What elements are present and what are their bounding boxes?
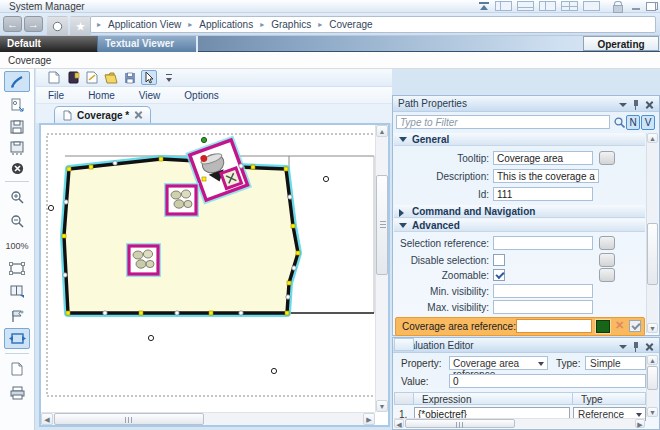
expression-column-header[interactable]: Expression <box>413 392 573 405</box>
scroll-up-icon[interactable]: ▲ <box>647 133 658 143</box>
fit-selection-button[interactable] <box>4 328 30 349</box>
back-button[interactable]: ← <box>3 16 22 32</box>
clear-reference-icon[interactable]: ✕ <box>615 319 624 332</box>
tooltip-evaluate-button[interactable] <box>599 151 615 165</box>
type-column-header[interactable]: Type <box>572 392 646 405</box>
coverage-area-shape[interactable] <box>64 159 298 313</box>
fit-to-window-button[interactable] <box>4 258 30 279</box>
drawing-canvas[interactable]: ▲ ▼ ◀ ▶ <box>39 123 390 427</box>
scroll-up-icon[interactable]: ▲ <box>647 355 658 365</box>
filter-name-toggle[interactable]: N <box>626 115 640 130</box>
section-command-navigation[interactable]: Command and Navigation <box>394 205 645 218</box>
new-document-button[interactable] <box>46 70 62 85</box>
zoom-out-button[interactable] <box>4 210 30 231</box>
disable-selection-checkbox[interactable] <box>493 254 505 266</box>
zoom-level[interactable]: 100% <box>4 235 30 256</box>
restore-button[interactable] <box>646 2 656 11</box>
evaluation-horizontal-scrollbar[interactable]: ◀ ▶ <box>394 418 645 428</box>
layout-grid-icon[interactable] <box>495 1 512 11</box>
close-document-button[interactable] <box>4 158 30 179</box>
lock-icon[interactable] <box>613 1 621 11</box>
minimize-button[interactable] <box>632 2 641 11</box>
scroll-thumb[interactable] <box>647 366 658 390</box>
save-document-button[interactable] <box>122 70 138 85</box>
max-visibility-input[interactable] <box>493 300 593 314</box>
plant-element[interactable] <box>166 185 197 215</box>
pan-tool-button[interactable] <box>4 305 30 326</box>
close-icon[interactable] <box>645 100 654 109</box>
property-dropdown[interactable]: Coverage area reference <box>449 356 548 370</box>
zoom-in-button[interactable] <box>4 186 30 207</box>
menu-home[interactable]: Home <box>88 90 115 103</box>
selection-reference-input[interactable] <box>493 236 593 250</box>
canvas-vertical-scrollbar[interactable]: ▲ ▼ <box>375 125 388 412</box>
breadcrumb-item[interactable]: Graphics <box>271 19 311 30</box>
path-properties-header[interactable]: Path Properties <box>393 96 659 112</box>
plant-element[interactable] <box>128 245 159 275</box>
split-view-button[interactable] <box>4 281 30 302</box>
toolbar-overflow-button[interactable] <box>164 71 176 85</box>
scroll-down-icon[interactable]: ▼ <box>647 407 658 417</box>
layout-left-panel-icon[interactable] <box>539 1 556 11</box>
favorites-button[interactable]: ★ <box>70 16 91 37</box>
menu-view[interactable]: View <box>139 90 161 103</box>
panel-scrollbar[interactable]: ▲ ▼ <box>646 133 658 333</box>
layout-single-icon[interactable] <box>583 1 600 11</box>
zoomable-evaluate-button[interactable] <box>599 268 615 282</box>
scroll-thumb[interactable] <box>376 175 388 275</box>
value-input[interactable] <box>449 374 646 388</box>
section-advanced[interactable]: Advanced <box>394 219 645 232</box>
description-input[interactable] <box>493 169 599 183</box>
print-button[interactable] <box>4 382 30 403</box>
type-value-box[interactable]: Simple <box>585 356 646 370</box>
disable-selection-evaluate-button[interactable] <box>599 253 615 267</box>
tab-textual-viewer[interactable]: Textual Viewer <box>98 36 198 52</box>
collapse-ribbon-icon[interactable] <box>478 1 490 11</box>
pin-icon[interactable] <box>631 100 640 109</box>
reference-color-swatch[interactable] <box>596 320 610 333</box>
scroll-right-icon[interactable]: ▶ <box>363 413 375 425</box>
canvas-horizontal-scrollbar[interactable]: ◀ ▶ <box>41 412 375 425</box>
pointer-tool-button[interactable] <box>141 70 157 85</box>
evaluation-vertical-scrollbar[interactable]: ▲ ▼ <box>646 355 658 417</box>
forward-button[interactable]: → <box>24 16 43 32</box>
menu-options[interactable]: Options <box>184 90 218 103</box>
section-general[interactable]: General <box>394 133 645 146</box>
operating-mode-button[interactable]: Operating <box>583 36 659 51</box>
scroll-up-icon[interactable]: ▲ <box>376 125 388 137</box>
layout-quad-icon[interactable] <box>561 1 578 11</box>
scroll-thumb[interactable] <box>54 413 204 425</box>
min-visibility-input[interactable] <box>493 284 593 298</box>
rotation-handle[interactable] <box>201 137 206 142</box>
save-button[interactable] <box>4 116 30 137</box>
close-icon[interactable] <box>645 342 654 351</box>
edit-tool-button[interactable] <box>4 71 30 92</box>
tooltip-input[interactable] <box>493 151 593 165</box>
zoomable-checkbox[interactable] <box>493 269 505 281</box>
filter-input[interactable] <box>396 115 610 129</box>
scroll-left-icon[interactable]: ◀ <box>394 419 404 428</box>
breadcrumb-item[interactable]: Coverage <box>329 19 372 30</box>
filter-value-toggle[interactable]: V <box>641 115 655 130</box>
breadcrumb-item[interactable]: Applications <box>199 19 253 30</box>
reference-apply-checkbox[interactable] <box>629 320 641 332</box>
scroll-left-icon[interactable]: ◀ <box>41 413 53 425</box>
chevron-down-icon[interactable] <box>618 100 627 109</box>
evaluation-editor-header[interactable]: Evaluation Editor <box>393 338 659 353</box>
close-tab-icon[interactable] <box>134 111 142 119</box>
layout-bottom-panel-icon[interactable] <box>517 1 534 11</box>
coverage-area-reference-input[interactable] <box>516 319 592 333</box>
edit-document-button[interactable] <box>84 70 100 85</box>
open-file-button[interactable] <box>103 70 119 85</box>
save-as-button[interactable] <box>4 137 30 158</box>
scroll-thumb[interactable] <box>647 223 658 285</box>
export-document-button[interactable] <box>4 94 30 115</box>
document-tab[interactable]: Coverage * <box>54 106 151 123</box>
menu-file[interactable]: File <box>48 90 64 103</box>
search-icon[interactable] <box>614 117 625 128</box>
selection-reference-evaluate-button[interactable] <box>599 236 615 250</box>
scroll-right-icon[interactable]: ▶ <box>635 419 645 428</box>
coverage-area-reference-row[interactable]: Coverage area reference: ✕ <box>395 317 645 336</box>
scroll-down-icon[interactable]: ▼ <box>376 400 388 412</box>
scroll-thumb[interactable] <box>405 419 515 428</box>
